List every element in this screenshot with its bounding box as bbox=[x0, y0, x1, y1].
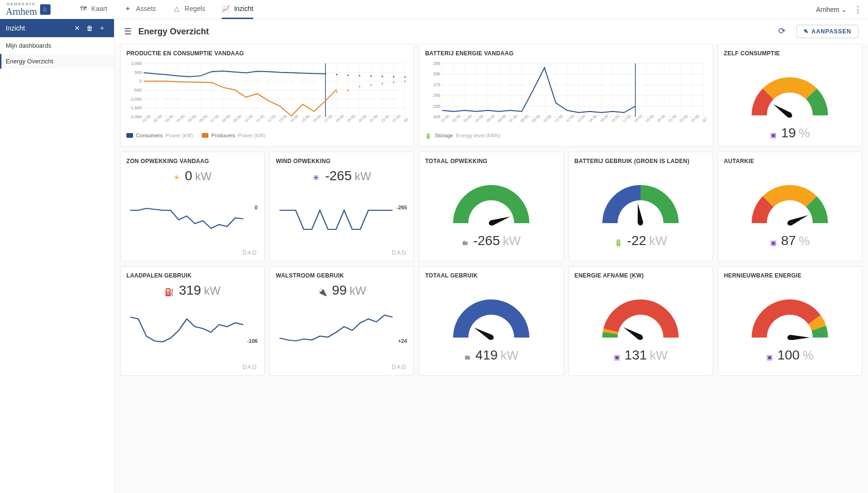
map-icon: 🗺 bbox=[79, 4, 88, 13]
rules-icon: △ bbox=[172, 4, 181, 13]
svg-text:245: 245 bbox=[434, 114, 441, 119]
svg-text:20:00: 20:00 bbox=[656, 113, 667, 123]
card-zon: ZON OPWEKKING VANDAAG ☀ 0 kW 0 DAG bbox=[120, 152, 265, 261]
svg-text:500: 500 bbox=[134, 70, 142, 75]
svg-text:21:00: 21:00 bbox=[369, 113, 379, 123]
svg-point-65 bbox=[348, 74, 349, 76]
svg-text:02:00: 02:00 bbox=[153, 113, 164, 123]
close-icon[interactable]: ✕ bbox=[71, 24, 83, 32]
page-title: Energy Overzicht bbox=[138, 27, 772, 37]
svg-text:05:00: 05:00 bbox=[486, 113, 496, 123]
more-menu[interactable]: ⋮ bbox=[854, 4, 862, 15]
svg-point-70 bbox=[404, 76, 406, 78]
spark-zon bbox=[126, 186, 258, 234]
svg-text:275: 275 bbox=[434, 82, 441, 87]
svg-point-141 bbox=[638, 221, 643, 226]
svg-text:23:00: 23:00 bbox=[392, 113, 402, 123]
folder-icon: 🖿 bbox=[462, 239, 468, 246]
region-selector[interactable]: Arnhem ⌄ bbox=[816, 6, 847, 13]
battery-icon: 🔋 bbox=[614, 239, 622, 246]
svg-text:22:00: 22:00 bbox=[679, 113, 689, 123]
svg-text:11:00: 11:00 bbox=[255, 113, 266, 123]
svg-point-77 bbox=[404, 81, 406, 82]
svg-text:17:00: 17:00 bbox=[323, 113, 334, 123]
tab-kaart[interactable]: 🗺 Kaart bbox=[79, 0, 107, 19]
card-afname: ENERGIE AFNAME (KW) ▣ 131 kW bbox=[568, 266, 713, 376]
svg-text:-1,500: -1,500 bbox=[130, 105, 142, 110]
sidebar-header: Inzicht ✕ 🗑 ＋ bbox=[0, 19, 114, 37]
logo: GEMEENTE Arnhem ♘ bbox=[6, 2, 51, 17]
gauge-totaalop bbox=[448, 178, 534, 226]
grid-icon: ▣ bbox=[614, 353, 620, 361]
svg-text:19:00: 19:00 bbox=[346, 113, 357, 123]
svg-point-76 bbox=[393, 82, 394, 83]
svg-text:00:00: 00:00 bbox=[702, 113, 707, 123]
svg-text:0: 0 bbox=[139, 79, 142, 83]
svg-point-64 bbox=[336, 74, 338, 75]
chart-productie: -2,000-1,500-1,000-50005001,00001:0002:0… bbox=[126, 61, 408, 127]
menu-icon[interactable]: ☰ bbox=[124, 26, 132, 37]
card-autarkie: AUTARKIE ▣ 87 % bbox=[718, 152, 862, 261]
card-productie: PRODUCTIE EN CONSUMPTIE VANDAAG -2,000-1… bbox=[120, 44, 414, 147]
grid-icon: ▣ bbox=[766, 353, 773, 361]
svg-point-140 bbox=[489, 221, 494, 226]
svg-point-139 bbox=[787, 113, 792, 118]
brand-name: Arnhem bbox=[6, 6, 37, 17]
ev-icon: ⛽ bbox=[165, 288, 174, 297]
sun-icon: ☀ bbox=[173, 173, 180, 182]
svg-text:04:00: 04:00 bbox=[475, 113, 485, 123]
svg-point-74 bbox=[370, 84, 372, 85]
card-totaalgeb: TOTAAL GEBRUIK 🖿 419 kW bbox=[419, 266, 563, 376]
svg-text:09:00: 09:00 bbox=[232, 113, 243, 123]
spark-laadpalen bbox=[126, 301, 258, 349]
topbar: GEMEENTE Arnhem ♘ 🗺 Kaart ✦ Assets △ Reg… bbox=[0, 0, 868, 19]
svg-point-69 bbox=[393, 76, 394, 78]
plug-icon: 🔌 bbox=[318, 288, 327, 297]
main: ☰ Energy Overzicht ⟳ ✎ AANPASSEN PRODUCT… bbox=[114, 19, 868, 493]
chart-icon: 📈 bbox=[222, 4, 230, 13]
svg-text:07:00: 07:00 bbox=[210, 113, 220, 123]
svg-point-67 bbox=[370, 75, 372, 77]
tab-inzicht[interactable]: 📈 Inzicht bbox=[222, 0, 253, 19]
card-wind: WIND OPWEKKING ⛯ -265 kW -265 DAG bbox=[269, 152, 414, 261]
svg-text:18:00: 18:00 bbox=[633, 113, 644, 123]
add-icon[interactable]: ＋ bbox=[96, 24, 108, 32]
svg-text:22:00: 22:00 bbox=[380, 113, 391, 123]
chart-batterij: 24525526527528529501:0002:0003:0004:0005… bbox=[425, 61, 706, 127]
gauge-totaalgeb bbox=[448, 292, 534, 340]
refresh-icon[interactable]: ⟳ bbox=[778, 26, 790, 37]
card-laadpalen: LAADPALEN GEBRUIK ⛽ 319 kW -106 DAG bbox=[120, 266, 265, 376]
svg-point-145 bbox=[787, 335, 792, 340]
svg-text:-1,000: -1,000 bbox=[130, 97, 142, 102]
spark-walstroom bbox=[276, 301, 408, 349]
grid-icon: ▣ bbox=[770, 131, 776, 139]
tab-assets[interactable]: ✦ Assets bbox=[124, 0, 156, 19]
sidebar-item-energy[interactable]: Energy Overzicht bbox=[0, 54, 114, 69]
svg-text:-2,000: -2,000 bbox=[130, 114, 142, 119]
customize-button[interactable]: ✎ AANPASSEN bbox=[796, 25, 858, 38]
svg-text:08:00: 08:00 bbox=[520, 113, 530, 123]
svg-text:21:00: 21:00 bbox=[668, 113, 678, 123]
grain-icon: ✦ bbox=[124, 4, 132, 13]
svg-text:255: 255 bbox=[434, 104, 441, 109]
chevron-down-icon: ⌄ bbox=[841, 6, 847, 13]
gauge-hernieuw bbox=[747, 292, 833, 340]
sidebar-section: Mijn dashboards bbox=[0, 37, 114, 54]
svg-text:09:00: 09:00 bbox=[531, 113, 542, 123]
brand-super: GEMEENTE bbox=[6, 2, 37, 6]
svg-text:04:00: 04:00 bbox=[176, 113, 186, 123]
tab-regels[interactable]: △ Regels bbox=[172, 0, 206, 19]
card-walstroom: WALSTROOM GEBRUIK 🔌 99 kW +24 DAG bbox=[269, 266, 414, 376]
svg-text:06:00: 06:00 bbox=[198, 113, 209, 123]
delete-icon[interactable]: 🗑 bbox=[83, 24, 96, 32]
svg-text:12:00: 12:00 bbox=[565, 113, 576, 123]
gauge-afname bbox=[598, 292, 683, 340]
gauge-autarkie bbox=[747, 178, 833, 226]
svg-text:19:00: 19:00 bbox=[645, 113, 655, 123]
svg-text:15:00: 15:00 bbox=[599, 113, 610, 123]
svg-text:10:00: 10:00 bbox=[244, 113, 254, 123]
svg-text:-500: -500 bbox=[133, 88, 142, 92]
svg-text:10:00: 10:00 bbox=[543, 113, 553, 123]
svg-point-143 bbox=[489, 335, 494, 340]
spark-wind bbox=[276, 186, 408, 234]
